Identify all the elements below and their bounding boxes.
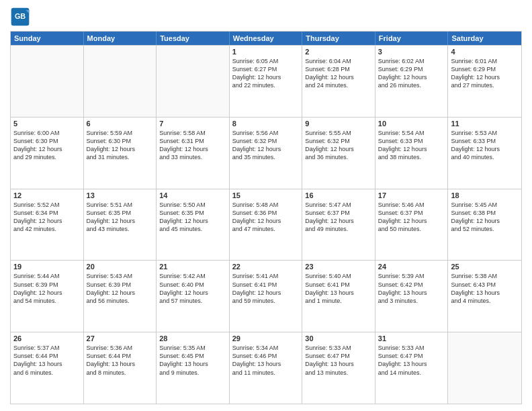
logo: GB xyxy=(10,7,33,27)
day-number: 24 xyxy=(378,263,445,271)
calendar-header: SundayMondayTuesdayWednesdayThursdayFrid… xyxy=(11,32,521,45)
calendar-day-6: 6Sunrise: 5:59 AM Sunset: 6:30 PM Daylig… xyxy=(84,118,157,189)
weekday-header: Saturday xyxy=(448,32,521,45)
day-number: 12 xyxy=(13,191,81,199)
calendar-day-10: 10Sunrise: 5:54 AM Sunset: 6:33 PM Dayli… xyxy=(375,118,449,189)
day-info: Sunrise: 5:48 AM Sunset: 6:36 PM Dayligh… xyxy=(232,201,300,234)
day-number: 29 xyxy=(232,334,300,342)
day-info: Sunrise: 5:35 AM Sunset: 6:45 PM Dayligh… xyxy=(159,344,226,377)
day-number: 11 xyxy=(451,120,519,128)
day-info: Sunrise: 6:04 AM Sunset: 6:28 PM Dayligh… xyxy=(305,57,372,90)
day-number: 6 xyxy=(87,120,154,128)
calendar-day-23: 23Sunrise: 5:40 AM Sunset: 6:41 PM Dayli… xyxy=(302,261,375,332)
calendar-row: 5Sunrise: 6:00 AM Sunset: 6:30 PM Daylig… xyxy=(11,117,521,189)
calendar-day-2: 2Sunrise: 6:04 AM Sunset: 6:28 PM Daylig… xyxy=(302,46,375,117)
day-number: 18 xyxy=(451,191,519,199)
day-info: Sunrise: 5:52 AM Sunset: 6:34 PM Dayligh… xyxy=(13,201,81,234)
day-info: Sunrise: 6:00 AM Sunset: 6:30 PM Dayligh… xyxy=(13,129,81,162)
day-number: 28 xyxy=(159,334,226,342)
calendar-day-4: 4Sunrise: 6:01 AM Sunset: 6:29 PM Daylig… xyxy=(448,46,521,117)
day-info: Sunrise: 5:56 AM Sunset: 6:32 PM Dayligh… xyxy=(232,129,300,162)
calendar-page: GB SundayMondayTuesdayWednesdayThursdayF… xyxy=(0,0,532,411)
day-number: 5 xyxy=(13,120,81,128)
calendar-day-7: 7Sunrise: 5:58 AM Sunset: 6:31 PM Daylig… xyxy=(157,118,230,189)
day-info: Sunrise: 5:36 AM Sunset: 6:44 PM Dayligh… xyxy=(87,344,154,377)
day-info: Sunrise: 5:43 AM Sunset: 6:39 PM Dayligh… xyxy=(87,272,154,305)
day-info: Sunrise: 5:50 AM Sunset: 6:35 PM Dayligh… xyxy=(159,201,226,234)
calendar-day-21: 21Sunrise: 5:42 AM Sunset: 6:40 PM Dayli… xyxy=(157,261,230,332)
day-info: Sunrise: 5:41 AM Sunset: 6:41 PM Dayligh… xyxy=(232,272,300,305)
calendar-day-5: 5Sunrise: 6:00 AM Sunset: 6:30 PM Daylig… xyxy=(11,118,84,189)
empty-cell xyxy=(84,46,157,117)
calendar-row: 19Sunrise: 5:44 AM Sunset: 6:39 PM Dayli… xyxy=(11,260,521,332)
calendar-day-12: 12Sunrise: 5:52 AM Sunset: 6:34 PM Dayli… xyxy=(11,189,84,261)
svg-text:GB: GB xyxy=(15,12,26,20)
day-info: Sunrise: 5:53 AM Sunset: 6:33 PM Dayligh… xyxy=(451,129,519,162)
calendar-body: 1Sunrise: 6:05 AM Sunset: 6:27 PM Daylig… xyxy=(11,45,521,404)
day-info: Sunrise: 5:42 AM Sunset: 6:40 PM Dayligh… xyxy=(159,272,226,305)
calendar-day-24: 24Sunrise: 5:39 AM Sunset: 6:42 PM Dayli… xyxy=(375,261,449,332)
day-number: 13 xyxy=(87,191,154,199)
page-header: GB xyxy=(10,7,522,27)
calendar-row: 1Sunrise: 6:05 AM Sunset: 6:27 PM Daylig… xyxy=(11,45,521,117)
weekday-header: Wednesday xyxy=(230,32,303,45)
day-number: 2 xyxy=(305,48,372,56)
logo-icon: GB xyxy=(10,7,30,27)
calendar-day-27: 27Sunrise: 5:36 AM Sunset: 6:44 PM Dayli… xyxy=(84,332,157,404)
calendar-day-18: 18Sunrise: 5:45 AM Sunset: 6:38 PM Dayli… xyxy=(448,189,521,261)
day-info: Sunrise: 5:55 AM Sunset: 6:32 PM Dayligh… xyxy=(305,129,372,162)
calendar-day-14: 14Sunrise: 5:50 AM Sunset: 6:35 PM Dayli… xyxy=(157,189,230,261)
day-info: Sunrise: 5:40 AM Sunset: 6:41 PM Dayligh… xyxy=(305,272,372,305)
day-info: Sunrise: 5:44 AM Sunset: 6:39 PM Dayligh… xyxy=(13,272,81,305)
day-info: Sunrise: 5:37 AM Sunset: 6:44 PM Dayligh… xyxy=(13,344,81,377)
day-info: Sunrise: 5:33 AM Sunset: 6:47 PM Dayligh… xyxy=(305,344,372,377)
calendar-day-3: 3Sunrise: 6:02 AM Sunset: 6:29 PM Daylig… xyxy=(375,46,449,117)
calendar-day-22: 22Sunrise: 5:41 AM Sunset: 6:41 PM Dayli… xyxy=(230,261,303,332)
weekday-header: Monday xyxy=(84,32,157,45)
calendar-row: 26Sunrise: 5:37 AM Sunset: 6:44 PM Dayli… xyxy=(11,332,521,404)
day-number: 31 xyxy=(378,334,445,342)
calendar-day-20: 20Sunrise: 5:43 AM Sunset: 6:39 PM Dayli… xyxy=(84,261,157,332)
calendar-day-26: 26Sunrise: 5:37 AM Sunset: 6:44 PM Dayli… xyxy=(11,332,84,404)
calendar-row: 12Sunrise: 5:52 AM Sunset: 6:34 PM Dayli… xyxy=(11,189,521,261)
day-number: 19 xyxy=(13,263,81,271)
calendar-day-17: 17Sunrise: 5:46 AM Sunset: 6:37 PM Dayli… xyxy=(375,189,449,261)
day-info: Sunrise: 6:05 AM Sunset: 6:27 PM Dayligh… xyxy=(232,57,300,90)
calendar-day-9: 9Sunrise: 5:55 AM Sunset: 6:32 PM Daylig… xyxy=(302,118,375,189)
day-number: 30 xyxy=(305,334,372,342)
weekday-header: Tuesday xyxy=(157,32,230,45)
day-number: 9 xyxy=(305,120,372,128)
day-info: Sunrise: 5:38 AM Sunset: 6:43 PM Dayligh… xyxy=(451,272,519,305)
day-info: Sunrise: 5:45 AM Sunset: 6:38 PM Dayligh… xyxy=(451,201,519,234)
calendar-day-29: 29Sunrise: 5:34 AM Sunset: 6:46 PM Dayli… xyxy=(230,332,303,404)
day-number: 17 xyxy=(378,191,445,199)
day-number: 7 xyxy=(159,120,226,128)
day-number: 16 xyxy=(305,191,372,199)
day-info: Sunrise: 6:01 AM Sunset: 6:29 PM Dayligh… xyxy=(451,57,519,90)
day-number: 8 xyxy=(232,120,300,128)
day-info: Sunrise: 5:59 AM Sunset: 6:30 PM Dayligh… xyxy=(87,129,154,162)
day-info: Sunrise: 5:33 AM Sunset: 6:47 PM Dayligh… xyxy=(378,344,445,377)
day-info: Sunrise: 5:34 AM Sunset: 6:46 PM Dayligh… xyxy=(232,344,300,377)
day-number: 26 xyxy=(13,334,81,342)
calendar: SundayMondayTuesdayWednesdayThursdayFrid… xyxy=(10,31,522,404)
calendar-day-30: 30Sunrise: 5:33 AM Sunset: 6:47 PM Dayli… xyxy=(302,332,375,404)
calendar-day-8: 8Sunrise: 5:56 AM Sunset: 6:32 PM Daylig… xyxy=(230,118,303,189)
day-number: 27 xyxy=(87,334,154,342)
calendar-day-28: 28Sunrise: 5:35 AM Sunset: 6:45 PM Dayli… xyxy=(157,332,230,404)
empty-cell xyxy=(157,46,230,117)
day-number: 23 xyxy=(305,263,372,271)
day-number: 21 xyxy=(159,263,226,271)
calendar-day-11: 11Sunrise: 5:53 AM Sunset: 6:33 PM Dayli… xyxy=(448,118,521,189)
day-number: 3 xyxy=(378,48,445,56)
calendar-day-25: 25Sunrise: 5:38 AM Sunset: 6:43 PM Dayli… xyxy=(448,261,521,332)
calendar-day-15: 15Sunrise: 5:48 AM Sunset: 6:36 PM Dayli… xyxy=(230,189,303,261)
weekday-header: Friday xyxy=(375,32,449,45)
day-info: Sunrise: 5:39 AM Sunset: 6:42 PM Dayligh… xyxy=(378,272,445,305)
day-info: Sunrise: 5:47 AM Sunset: 6:37 PM Dayligh… xyxy=(305,201,372,234)
day-number: 14 xyxy=(159,191,226,199)
weekday-header: Thursday xyxy=(302,32,375,45)
day-number: 1 xyxy=(232,48,300,56)
day-info: Sunrise: 5:46 AM Sunset: 6:37 PM Dayligh… xyxy=(378,201,445,234)
calendar-day-1: 1Sunrise: 6:05 AM Sunset: 6:27 PM Daylig… xyxy=(230,46,303,117)
